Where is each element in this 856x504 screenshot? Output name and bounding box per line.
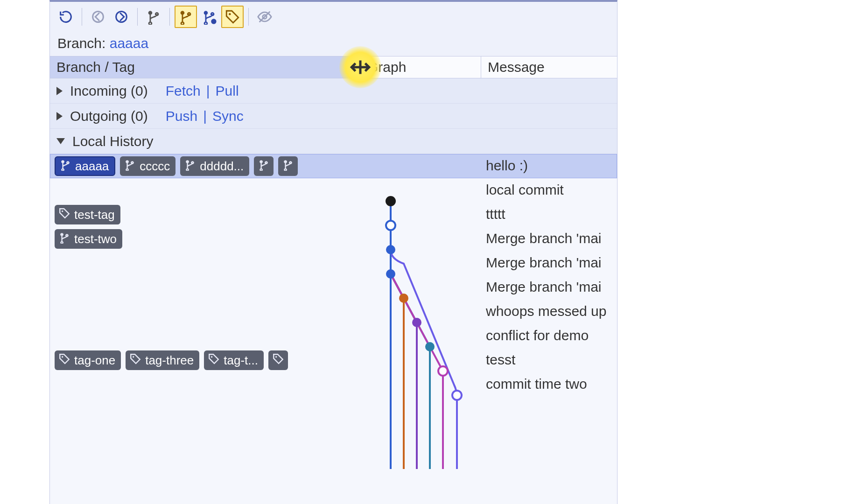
branch-icon (184, 159, 196, 174)
column-resize-highlight (339, 46, 381, 88)
collapse-icon (56, 138, 65, 144)
branch-chip-label: aaaaa (75, 159, 109, 174)
show-remote-branches-toggle[interactable] (198, 6, 220, 28)
current-branch-bar: Branch: aaaaa (50, 32, 617, 56)
toolbar-separator (169, 8, 170, 26)
svg-point-0 (211, 19, 216, 24)
incoming-label: Incoming (0) (70, 83, 148, 99)
commit-message: local commit (486, 182, 617, 198)
svg-point-12 (386, 245, 395, 254)
branch-icon (178, 9, 194, 25)
svg-point-11 (386, 221, 395, 230)
branch-chip-overflow[interactable] (278, 156, 298, 176)
git-history-panel: Branch: aaaaa Branch / Tag Graph Message… (49, 0, 617, 504)
branch-icon (58, 231, 70, 247)
branch-label: Branch: (57, 35, 105, 51)
arrow-forward-icon (113, 9, 129, 25)
branch-name-link[interactable]: aaaaa (110, 35, 148, 51)
fetch-link[interactable]: Fetch (166, 83, 201, 99)
commit-message: Merge branch 'mai (486, 255, 617, 271)
link-separator: | (203, 108, 207, 124)
refresh-icon (58, 9, 74, 25)
incoming-section[interactable]: Incoming (0) Fetch | Pull (50, 78, 617, 104)
commit-message: tesst (486, 352, 617, 368)
svg-point-10 (386, 196, 396, 206)
arrow-back-icon (90, 9, 106, 25)
branch-chip[interactable]: test-two (55, 229, 122, 249)
nav-back-button[interactable] (87, 6, 109, 28)
branch-icon (124, 159, 136, 174)
svg-point-1 (229, 13, 231, 15)
resize-horizontal-icon (349, 56, 372, 79)
toolbar-separator (82, 8, 82, 26)
toolbar-separator (137, 8, 138, 26)
expand-icon (56, 87, 63, 95)
local-history-section[interactable]: Local History (50, 129, 617, 154)
svg-point-4 (62, 210, 63, 211)
push-link[interactable]: Push (166, 108, 197, 124)
commit-graph (361, 154, 481, 504)
svg-point-18 (452, 391, 462, 400)
branch-remote-icon (201, 9, 217, 25)
branch-icon (59, 159, 71, 174)
branch-chip-overflow[interactable] (254, 156, 274, 176)
tag-chip-label: tag-t... (224, 353, 258, 368)
column-branch-tag[interactable]: Branch / Tag (50, 56, 361, 78)
tag-icon (58, 207, 70, 223)
expand-icon (56, 112, 63, 120)
outgoing-section[interactable]: Outgoing (0) Push | Sync (50, 104, 617, 129)
tag-chip[interactable]: test-tag (55, 205, 120, 224)
tag-chip-overflow[interactable] (268, 350, 288, 370)
tag-icon (129, 353, 141, 368)
svg-point-7 (211, 356, 212, 357)
local-history-label: Local History (72, 133, 153, 149)
svg-point-17 (438, 366, 448, 376)
gutter-right (617, 0, 856, 504)
commit-message: Merge branch 'mai (486, 231, 617, 246)
link-separator: | (206, 83, 210, 99)
tag-chip[interactable]: tag-t... (204, 350, 264, 370)
branch-chip[interactable]: ccccc (120, 156, 175, 176)
column-message[interactable]: Message (481, 56, 617, 78)
commit-message: commit time two (486, 376, 617, 392)
commit-message: ttttt (486, 206, 617, 222)
branch-picker-button[interactable] (142, 6, 165, 28)
commit-message: hello :) (486, 158, 617, 174)
tag-chip[interactable]: tag-one (55, 350, 121, 370)
branch-chip-label: ddddd... (200, 159, 244, 174)
branch-chip[interactable]: aaaaa (55, 156, 115, 176)
branch-icon (258, 159, 270, 174)
column-headers: Branch / Tag Graph Message (50, 56, 617, 78)
show-tags-toggle[interactable] (221, 6, 244, 28)
tag-chip-label: test-tag (74, 208, 115, 222)
nav-forward-button[interactable] (110, 6, 133, 28)
graph-column (361, 154, 481, 504)
svg-point-15 (412, 318, 421, 327)
commit-message: whoops messed up (486, 303, 617, 319)
branch-icon (282, 159, 294, 174)
tag-chip-label: tag-one (74, 353, 115, 368)
commit-message: conflict for demo (486, 328, 617, 343)
tag-icon (208, 353, 220, 368)
tag-icon (225, 9, 240, 25)
svg-point-16 (425, 342, 435, 351)
svg-point-6 (133, 356, 134, 357)
tag-icon (58, 353, 70, 368)
refresh-button[interactable] (55, 6, 77, 28)
branch-chip-label: test-two (74, 232, 117, 246)
pull-link[interactable]: Pull (216, 83, 239, 99)
gutter-left (0, 0, 49, 504)
toolbar (50, 2, 617, 32)
tag-icon (272, 353, 284, 368)
toolbar-separator (248, 8, 249, 26)
svg-point-14 (399, 294, 408, 303)
branch-chip-label: ccccc (140, 159, 170, 174)
visibility-button[interactable] (253, 6, 276, 28)
svg-point-8 (275, 356, 277, 357)
svg-point-13 (386, 269, 395, 279)
branch-chip[interactable]: ddddd... (180, 156, 249, 176)
tag-chip[interactable]: tag-three (126, 350, 199, 370)
tag-chip-label: tag-three (145, 353, 194, 368)
sync-link[interactable]: Sync (212, 108, 244, 124)
show-branches-toggle[interactable] (175, 6, 197, 28)
